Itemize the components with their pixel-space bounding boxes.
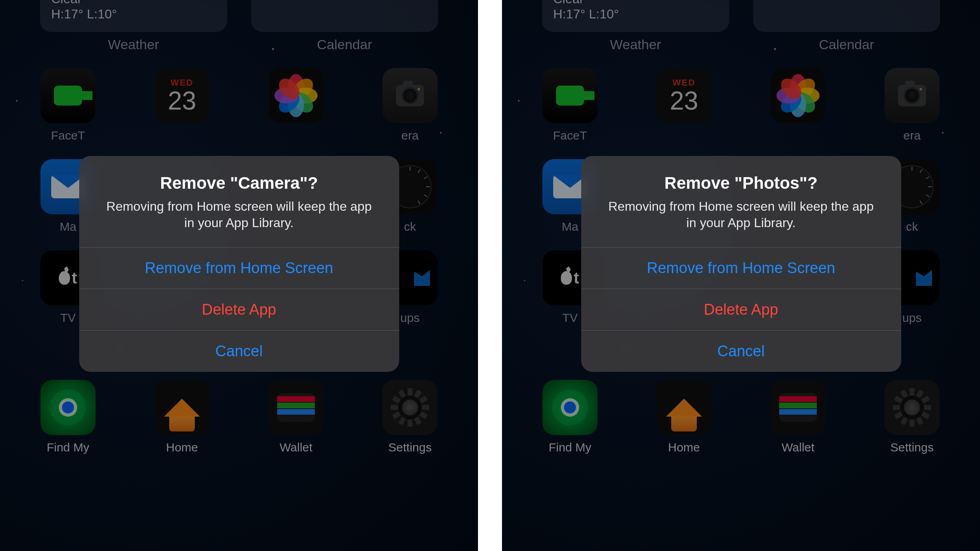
alert-message: Removing from Home screen will keep the … [100, 198, 378, 231]
screenshot-right: Clear H:17° L:10° Weather Calendar FaceT… [502, 0, 980, 551]
remove-app-alert: Remove "Photos"? Removing from Home scre… [581, 156, 901, 372]
delete-app-button[interactable]: Delete App [79, 289, 399, 330]
screenshot-left: Clear H:17° L:10° Weather Calendar FaceT… [0, 0, 478, 551]
alert-title: Remove "Camera"? [100, 174, 378, 193]
remove-from-home-button[interactable]: Remove from Home Screen [79, 247, 399, 289]
delete-app-button[interactable]: Delete App [581, 289, 901, 330]
remove-from-home-button[interactable]: Remove from Home Screen [581, 247, 901, 289]
alert-title: Remove "Photos"? [602, 174, 880, 193]
cancel-button[interactable]: Cancel [581, 330, 901, 372]
alert-message: Removing from Home screen will keep the … [602, 198, 880, 231]
remove-app-alert: Remove "Camera"? Removing from Home scre… [79, 156, 399, 372]
cancel-button[interactable]: Cancel [79, 330, 399, 372]
